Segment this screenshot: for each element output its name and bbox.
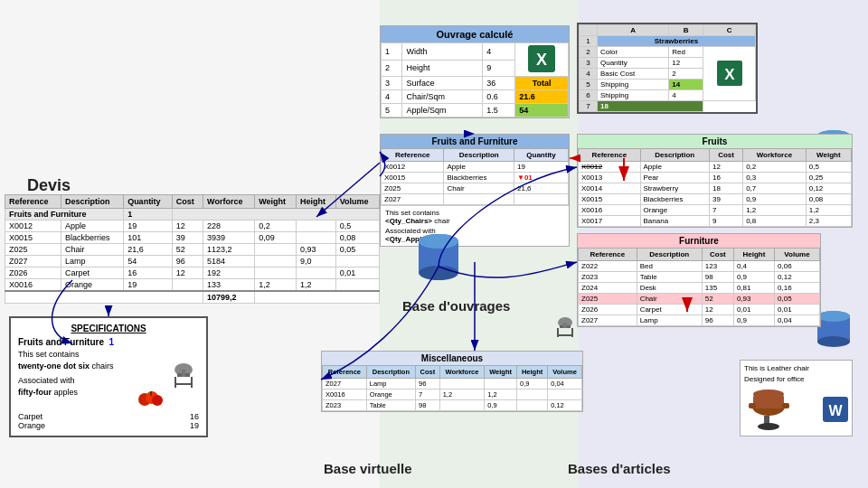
table-row: X0012 Apple 19 12 228 0,2 0,5	[5, 221, 380, 232]
table-row: Z027 Lamp 96 0,9 0,04	[323, 379, 582, 389]
devis-table: Reference Description Quantity Cost Worf…	[5, 194, 380, 304]
table-row: X0012 Apple 12 0,2 0,5	[579, 162, 852, 173]
ouvrage-title: Ouvrage calculé	[381, 26, 569, 42]
devis-group-empty	[172, 209, 379, 221]
table-row: 3 Surface 36 Total	[382, 77, 569, 90]
chair-icon-center	[552, 315, 578, 341]
fruits-table: Reference Description Cost Workforce Wei…	[578, 148, 852, 227]
svg-rect-45	[749, 403, 756, 408]
svg-rect-5	[182, 370, 185, 377]
devis-section: Reference Description Quantity Cost Worf…	[5, 194, 380, 304]
svg-point-36	[817, 336, 850, 347]
svg-point-25	[419, 234, 458, 249]
table-row: Z023 Table 98 0,9 0,12	[323, 400, 582, 411]
table-row: Z025 Chair 21,6 52 1123,2 0,93 0,05	[5, 244, 380, 256]
spec-items: Carpet 16 Orange 19	[18, 412, 199, 430]
table-row: 4 Chair/Sqm 0.6 21.6	[382, 90, 569, 104]
svg-text:X: X	[536, 51, 547, 69]
table-row: Reference Description Cost Height Volume	[579, 249, 820, 261]
furniture-section: Furniture Reference Description Cost Hei…	[577, 233, 821, 327]
table-row: X0017 Banana 9 0,8 2,3	[579, 216, 852, 227]
table-row: 1 Width 4 X	[382, 43, 569, 61]
table-row: Z026 Carpet 12 0,01 0,01	[579, 305, 820, 315]
svg-text:X: X	[724, 66, 735, 83]
spec-subtitle: Fruits and Furniture 1	[18, 337, 199, 347]
table-row: Z027 Lamp 96 0,9 0,04	[579, 315, 820, 326]
svg-point-44	[758, 423, 779, 430]
table-row: Reference Description Cost Workforce Wei…	[323, 366, 582, 379]
list-item: Orange 19	[18, 421, 199, 430]
word-text2: Designed for office	[744, 375, 848, 383]
specifications-section: SPECIFICATIONS Fruits and Furniture 1 Th…	[9, 316, 208, 437]
word-box: This is Leather chair Designed for offic…	[740, 360, 853, 436]
table-row: X0016 Orange 7 1,2 1,2	[579, 205, 852, 216]
devis-total-row: 10799,2	[5, 291, 380, 304]
table-row: X0012 Apple 19	[382, 162, 569, 173]
furniture-title: Furniture	[578, 234, 820, 248]
furniture-table: Reference Description Cost Height Volume…	[578, 248, 820, 326]
table-row: Z026 Carpet 16 12 192 0,01	[5, 267, 380, 279]
table-row: X0015 Blackberries 39 0,9 0,08	[579, 194, 852, 205]
word-text1: This is Leather chair	[744, 364, 848, 372]
svg-text:W: W	[828, 403, 843, 418]
ff-center-title: Fruits and Furniture	[381, 135, 569, 148]
table-row: X0016 Orange 7 1,2 1,2	[323, 389, 582, 400]
fruits-section: Fruits Reference Description Cost Workfo…	[577, 134, 853, 228]
svg-point-42	[753, 389, 784, 399]
spec-title: SPECIFICATIONS	[18, 324, 199, 333]
excel-icon: X	[528, 45, 555, 72]
ouvrage-table: 1 Width 4 X 2 Height 9 3 Surface	[381, 42, 569, 117]
svg-rect-2	[175, 377, 176, 388]
misc-section: Miscellaneous Reference Description Cost…	[321, 351, 583, 412]
svg-point-37	[817, 311, 850, 322]
table-row: Z025 Chair 21,6	[382, 183, 569, 194]
table-row: Z027 Lamp 54 96 5184 9,0	[5, 256, 380, 267]
excel-icon-strawberry: X	[717, 61, 742, 86]
ff-bubble-text: This set contains <Qty_Chairs> chair Ass…	[381, 205, 569, 246]
devis-header-height: Height	[297, 195, 336, 209]
ff-center-table: Reference Description Quantity X0012 App…	[381, 148, 569, 205]
fruits-title: Fruits	[578, 135, 852, 148]
table-row: X0015 Blackberries 101 39 3939 0,09 0,08	[5, 232, 380, 244]
list-item: Carpet 16	[18, 412, 199, 421]
table-row: Z024 Desk 135 0,81 0,16	[579, 283, 820, 294]
table-row: 7 18	[580, 101, 756, 112]
devis-total-value: 10799,2	[203, 291, 255, 304]
table-row: Reference Description Quantity	[382, 149, 569, 162]
devis-header-workforce: Worforce	[203, 195, 255, 209]
chair-icon	[168, 361, 199, 391]
table-row: Reference Description Cost Workforce Wei…	[579, 149, 852, 162]
svg-rect-4	[175, 383, 193, 385]
table-row: 5 Apple/Sqm 1.5 54	[382, 104, 569, 117]
devis-header-desc: Description	[61, 195, 124, 209]
ouvrage-section: Ouvrage calculé 1 Width 4 X 2 Height 9	[380, 25, 570, 118]
bases-articles-label: Bases d'articles	[568, 461, 671, 476]
strawberries-table: A B C 1 Strawberries 2 Color Red X	[579, 24, 756, 112]
table-row: X0013 Pear 16 0,3 0,25	[579, 173, 852, 183]
devis-label: Devis	[27, 176, 71, 195]
devis-group-count: 1	[124, 209, 173, 221]
svg-rect-46	[782, 403, 789, 408]
table-row: A B C	[580, 25, 756, 36]
word-icon: W	[823, 397, 848, 422]
devis-header-volume: Volume	[335, 195, 379, 209]
base-ouvrages-label: Base d'ouvrages	[402, 298, 510, 314]
leather-chair-icon	[744, 387, 794, 432]
table-row: Z027	[382, 194, 569, 205]
table-row: Z022 Bed 123 0,4 0,06	[579, 261, 820, 272]
spec-body: This set contains twenty-one dot six cha…	[18, 349, 199, 398]
apple-icon	[137, 387, 165, 407]
svg-rect-9	[150, 391, 152, 396]
table-row: Z023 Table 98 0,9 0,12	[579, 272, 820, 283]
devis-header-weight: Weight	[255, 195, 297, 209]
table-row: X0015 Blackberries ▼01	[382, 173, 569, 183]
ff-center-section: Fruits and Furniture Reference Descripti…	[380, 134, 570, 247]
table-row: X0014 Strawberry 18 0,7 0,12	[579, 183, 852, 194]
svg-rect-16	[557, 334, 573, 336]
devis-header-cost: Cost	[172, 195, 203, 209]
svg-rect-17	[563, 323, 567, 328]
devis-group-label: Fruits and Furniture	[5, 209, 124, 221]
devis-header-ref: Reference	[5, 195, 61, 209]
misc-title: Miscellaneous	[322, 352, 582, 365]
devis-header-qty: Quantity	[124, 195, 173, 209]
